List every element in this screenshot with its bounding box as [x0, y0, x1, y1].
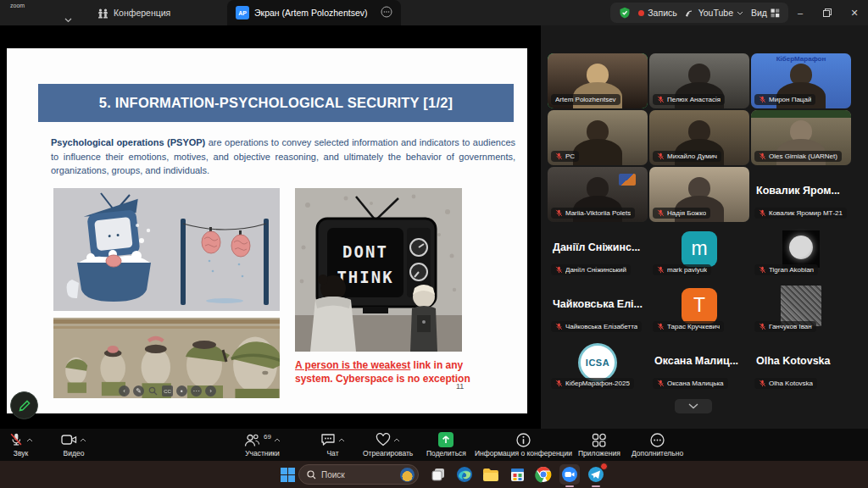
- view-control[interactable]: Вид: [751, 8, 780, 18]
- participant-name-label: Даніїл Сніжинський: [551, 264, 631, 275]
- mic-muted-icon: [759, 323, 766, 330]
- chevron-up-icon[interactable]: [393, 438, 400, 442]
- participants-icon: [244, 433, 260, 447]
- camera-record-icon[interactable]: ▪: [176, 385, 187, 396]
- chevron-up-icon[interactable]: [274, 438, 281, 442]
- mic-muted-icon: [657, 209, 665, 217]
- participant-tile[interactable]: Чайковська Елі...Чайковська Елізабетта: [548, 280, 648, 336]
- participant-tile[interactable]: Пелюх Анастасія: [649, 53, 749, 108]
- mic-muted-icon: [555, 266, 563, 274]
- task-view-icon[interactable]: [428, 464, 448, 485]
- participants-gallery: Artem PolozhentsevПелюх АнастасіяКіберМа…: [541, 25, 868, 429]
- participant-tile[interactable]: ICSAКіберМарафон-2025: [548, 337, 648, 392]
- draw-icon[interactable]: ✎: [133, 385, 144, 396]
- icsa-logo-avatar: ICSA: [578, 343, 617, 382]
- apps-button[interactable]: Приложения: [578, 431, 620, 458]
- tab-meeting[interactable]: Конференция: [89, 0, 179, 25]
- chevron-up-icon[interactable]: [80, 438, 86, 442]
- tab-options-icon[interactable]: [381, 6, 392, 19]
- texture-avatar-image: [781, 286, 821, 326]
- chevron-up-icon[interactable]: [26, 438, 33, 442]
- participant-tile[interactable]: mmark pavlyuk: [649, 224, 749, 279]
- chat-icon: [320, 433, 336, 446]
- telegram-icon[interactable]: [586, 464, 606, 485]
- participant-name-label: Тарас Кручкевич: [653, 321, 724, 332]
- participant-tile[interactable]: Ковалик Яром...Ковалик Яромир МТ-21: [751, 167, 851, 222]
- participant-tile[interactable]: PC: [548, 110, 648, 165]
- audio-button[interactable]: Звук: [8, 431, 33, 458]
- moon-avatar-image: [782, 230, 820, 268]
- tab-screen-label: Экран (Artem Polozhentsev): [254, 8, 368, 18]
- logo-zoom-text: zoom: [10, 3, 25, 8]
- mic-muted-icon: [555, 209, 563, 217]
- apps-icon: [592, 433, 607, 447]
- file-explorer-icon[interactable]: [481, 464, 501, 485]
- slide-page-number: 11: [456, 382, 464, 391]
- participant-name-label: Mariia-Viktoriia Polets: [551, 208, 635, 219]
- security-shield-icon[interactable]: [619, 7, 631, 19]
- mic-muted-icon: [759, 96, 766, 103]
- video-button[interactable]: Видео: [61, 431, 86, 458]
- workspace-chevron-icon[interactable]: [64, 11, 72, 26]
- share-button[interactable]: Поделиться: [426, 431, 466, 458]
- letter-avatar: m: [682, 231, 717, 267]
- participant-tile[interactable]: Оксана Малиц...Оксана Малицька: [649, 337, 749, 392]
- participant-name-label: Пелюх Анастасія: [653, 94, 725, 105]
- share-screen-icon: [438, 432, 453, 447]
- annotate-button[interactable]: [10, 391, 38, 419]
- participant-tile[interactable]: Olha KotovskaOlha Kotovska: [751, 337, 851, 392]
- next-slide-icon[interactable]: ›: [205, 385, 216, 396]
- recording-indicator[interactable]: Запись: [638, 8, 676, 18]
- magnifier-icon[interactable]: [147, 385, 159, 396]
- participant-tile[interactable]: Artem Polozhentsev: [548, 53, 648, 108]
- tab-screen-share[interactable]: AP Экран (Artem Polozhentsev): [227, 0, 401, 25]
- live-stream-control[interactable]: YouTube: [685, 8, 743, 18]
- participant-tile[interactable]: Oles Girniak (UARNet): [751, 110, 851, 165]
- participant-tile[interactable]: Михайло Думич: [649, 110, 749, 165]
- more-button[interactable]: Дополнительно: [632, 431, 683, 458]
- participant-tile[interactable]: Tigran Akobian: [751, 224, 851, 279]
- search-highlights-icon[interactable]: [400, 468, 415, 482]
- zoom-app-icon[interactable]: [559, 464, 580, 485]
- chat-button[interactable]: Чат: [320, 431, 345, 458]
- meeting-info-button[interactable]: Информация о конференции: [475, 431, 572, 458]
- taskbar-search[interactable]: [298, 464, 419, 485]
- mic-muted-icon: [759, 266, 766, 274]
- svg-text:THINK: THINK: [337, 268, 393, 286]
- shared-screen-area: 5. INFORMATION-PSYCHOLOGICAL SECURITY [1…: [0, 25, 541, 429]
- participant-name-label: Ганчуков Іван: [754, 321, 816, 332]
- heart-icon: [376, 433, 391, 446]
- participant-tile[interactable]: Даніїл Сніжинс...Даніїл Сніжинський: [548, 224, 648, 279]
- participants-button[interactable]: 69Участники: [244, 431, 281, 458]
- participant-name-label: mark pavlyuk: [653, 264, 711, 275]
- search-input[interactable]: [321, 470, 389, 480]
- close-button[interactable]: ✕: [841, 0, 868, 25]
- participant-tile[interactable]: КіберМарафонМирон Пацай: [751, 53, 851, 108]
- prev-slide-icon[interactable]: ‹: [119, 385, 130, 396]
- reactions-button[interactable]: Отреагировать: [363, 431, 413, 458]
- zoom-workplace-window: zoom Workplace Конференция AP Экран (Art…: [0, 0, 868, 488]
- participant-tile[interactable]: Mariia-Viktoriia Polets: [548, 167, 648, 222]
- more-options-icon[interactable]: ⋯: [191, 385, 202, 396]
- slide-title: 5. INFORMATION-PSYCHOLOGICAL SECURITY [1…: [99, 95, 453, 111]
- minimize-button[interactable]: –: [787, 0, 814, 25]
- gallery-next-page-button[interactable]: [675, 399, 712, 413]
- chevron-up-icon[interactable]: [338, 438, 345, 442]
- cc-icon[interactable]: CC: [162, 385, 173, 396]
- maximize-button[interactable]: [814, 0, 841, 25]
- participant-name-label: Надія Божко: [653, 208, 710, 219]
- start-button[interactable]: [276, 464, 298, 485]
- participant-name-label: Ковалик Яромир МТ-21: [754, 208, 847, 219]
- chrome-icon[interactable]: [533, 464, 554, 485]
- mic-muted-icon: [759, 380, 766, 387]
- windows-taskbar: УКР 20:30 12.11.2025: [0, 461, 868, 488]
- search-icon: [307, 470, 316, 480]
- gallery-view-icon: [97, 8, 108, 19]
- meeting-main-area: 5. INFORMATION-PSYCHOLOGICAL SECURITY [1…: [0, 25, 868, 429]
- participant-tile[interactable]: Ганчуков Іван: [751, 280, 851, 336]
- edge-icon[interactable]: [454, 464, 475, 485]
- participant-tile[interactable]: Надія Божко: [649, 167, 749, 222]
- mic-muted-icon: [759, 152, 766, 160]
- participant-tile[interactable]: TТарас Кручкевич: [649, 280, 749, 336]
- ms-store-icon[interactable]: [507, 464, 527, 485]
